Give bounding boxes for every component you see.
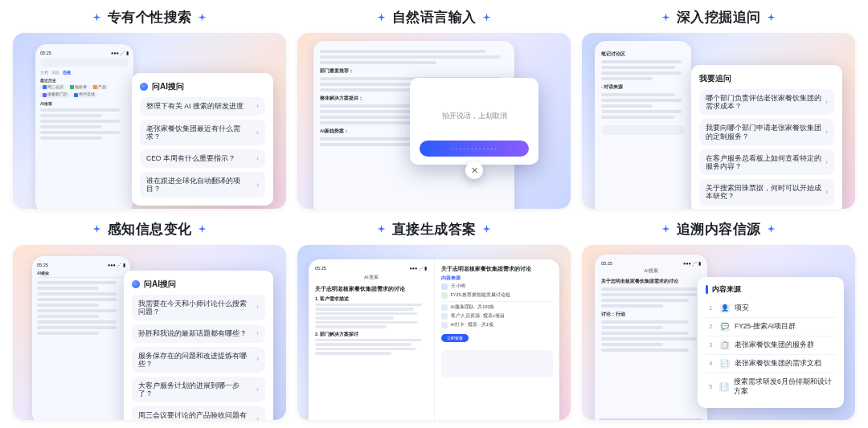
answer-right-pane: 关于志明老板家餐饮集团需求的讨论 内容来源 王小明 FY25-推荐类智能发展讨论… (435, 259, 560, 421)
followup-item[interactable]: 哪个部门负责评估老张家餐饮集团的需求成本？› (699, 89, 834, 115)
source-row[interactable]: AI服务团队 · 共100条 (441, 304, 554, 311)
chevron-right-icon: › (256, 329, 259, 338)
phone-tabs: 文档 消息 违规 (40, 70, 129, 75)
feature-nl-input: 自然语言输入 部门重要推荐： 整体解决方案提供： AI新趋势案： 拍开说话，上划… (297, 8, 571, 209)
source-item[interactable]: 2💬FY25-搜索AI项目群 (706, 318, 836, 336)
spark-icon (93, 225, 101, 233)
voice-hint: 拍开说话，上划取消 (442, 112, 507, 121)
feature-title: 深入挖掘追问 (677, 8, 761, 26)
spark-icon (662, 14, 670, 22)
feature-grid: 专有个性搜索 05:25●●● ⋰ ▮ 文档 消息 违规 最近历史 周三会议 报… (0, 0, 868, 428)
feature-personal-search: 专有个性搜索 05:25●●● ⋰ ▮ 文档 消息 违规 最近历史 周三会议 报… (13, 8, 286, 209)
chevron-right-icon: › (256, 102, 259, 111)
ai-icon (132, 280, 140, 288)
recent-chip[interactable]: 报价单 (68, 84, 89, 90)
recent-chip[interactable]: 产品 (91, 84, 108, 90)
suggestion-item[interactable]: 大客户服务计划的进展到哪一步了？› (132, 377, 265, 402)
feature-title: 感知信息变化 (108, 220, 192, 238)
followup-item[interactable]: 关于搜索田珠票据，何时可以开始成本研究？› (699, 179, 834, 205)
chevron-right-icon: › (825, 98, 828, 107)
chevron-right-icon: › (256, 181, 259, 190)
feature-title: 自然语言输入 (392, 8, 477, 26)
spark-icon (378, 14, 386, 22)
feature-trace-source: 追溯内容信源 05:25●●● ⋰ ▮ AI搜索 关于志明老板家餐饮集团需求的讨… (582, 220, 855, 421)
close-button[interactable]: ✕ (465, 161, 483, 179)
spark-icon (768, 14, 776, 22)
feature-title: 专有个性搜索 (108, 8, 192, 26)
feature-direct-answer: 直接生成答案 05:25●●● ⋰ ▮ AI搜索 关于志明老板家餐饮集团需求的讨… (297, 220, 571, 421)
doc-icon: 📄 (719, 382, 729, 392)
spark-icon (199, 225, 207, 233)
doc-icon: 📄 (720, 359, 730, 369)
suggestion-item[interactable]: 老张家餐饮集团最近有什么需求？› (140, 120, 265, 145)
feature-title: 直接生成答案 (392, 220, 477, 238)
phone-wide: 05:25●●● ⋰ ▮ AI搜索 关于志明老板家餐饮集团需求的讨论 1. 客户… (309, 259, 559, 421)
feature-title-row: 专有个性搜索 (93, 8, 207, 26)
ai-suggestion-card: 问AI搜问 整理下有关 AI 搜索的研发进度› 老张家餐饮集团最近有什么需求？›… (132, 73, 273, 206)
followup-item[interactable]: 在客户服务总看板上如何查看特定的服务内容？› (699, 149, 834, 175)
suggestion-item[interactable]: 周三会议要讨论的产品验收问题有哪些？› (132, 406, 265, 420)
ai-icon (140, 83, 148, 91)
spark-icon (93, 14, 101, 22)
chevron-right-icon: › (256, 385, 259, 394)
voice-input-modal: 拍开说话，上划取消 · · · · · · · · · · · · ✕ (410, 78, 538, 165)
recent-chip[interactable]: 用户反馈 (72, 92, 97, 97)
spark-icon (483, 225, 491, 233)
suggestion-item[interactable]: 整理下有关 AI 搜索的研发进度› (140, 97, 265, 116)
suggestion-item[interactable]: 谁在跟进全球化自动翻译的项目？› (140, 172, 265, 198)
chevron-right-icon: › (825, 188, 828, 197)
source-row[interactable]: 王小明 (441, 283, 554, 290)
sources-title: 内容来源 (706, 284, 836, 295)
chevron-right-icon: › (256, 154, 259, 163)
view-button[interactable]: 立即查看 (441, 334, 469, 342)
source-item[interactable]: 1👤项安 (706, 300, 836, 318)
ai-suggestion-card: 问AI搜问 我需要在今天和小师讨论什么搜索问题？› 孙胜和我说的最新话题都有哪些… (124, 271, 273, 421)
feature-card: 05:25●●● ⋰ ▮ AI搜索 问AI搜问 我需要在今天和小师讨论什么搜索问… (13, 245, 286, 421)
phone-mock: 笔记讨论区 · 对话来源 (595, 41, 691, 209)
answer-left-pane: 05:25●●● ⋰ ▮ AI搜索 关于志明老板家餐饮集团需求的讨论 1. 客户… (309, 259, 435, 421)
feature-card: 笔记讨论区 · 对话来源 我要追问 哪个部门负责评估老张家餐饮集团的需求成本？›… (582, 33, 855, 209)
tab-active[interactable]: 违规 (63, 70, 71, 75)
chevron-right-icon: › (256, 415, 259, 420)
search-bar[interactable] (40, 59, 129, 67)
recent-chip[interactable]: 搜索新门店 (40, 92, 70, 97)
followup-item[interactable]: 我要向哪个部门申请老张家餐饮集团的定制服务？› (699, 119, 834, 145)
phone-mock: 05:25●●● ⋰ ▮ AI搜索 关于志明老板家餐饮集团需求的讨论 讨论：行动 (595, 255, 707, 421)
feature-card: 05:25●●● ⋰ ▮ AI搜索 关于志明老板家餐饮集团需求的讨论 1. 客户… (297, 245, 571, 421)
chat-icon: 💬 (720, 322, 730, 332)
feature-card: 05:25●●● ⋰ ▮ AI搜索 关于志明老板家餐饮集团需求的讨论 讨论：行动… (582, 245, 855, 421)
spark-icon (662, 225, 670, 233)
feature-card: 部门重要推荐： 整体解决方案提供： AI新趋势案： 拍开说话，上划取消 · · … (297, 33, 571, 209)
chevron-right-icon: › (256, 355, 259, 364)
clipboard-icon: 📋 (720, 340, 730, 350)
chevron-right-icon: › (825, 128, 828, 137)
source-row[interactable]: FY25-推荐类智能发展讨论组 (441, 292, 554, 299)
source-item[interactable]: 3📋老张家餐饮集团的服务群 (706, 336, 836, 355)
source-row[interactable]: AI打卡 · 报表 · 共1项 (441, 322, 554, 328)
feature-card: 05:25●●● ⋰ ▮ 文档 消息 违规 最近历史 周三会议 报价单 产品 搜… (13, 33, 286, 209)
chevron-right-icon: › (256, 303, 259, 312)
source-row[interactable]: 客户人员资源 · 报表x项目 (441, 313, 554, 320)
voice-record-button[interactable]: · · · · · · · · · · · · (420, 141, 529, 157)
suggestion-item[interactable]: 服务保存在的问题和改进提炼有哪些？› (132, 347, 265, 373)
suggestion-item[interactable]: CEO 本周有什么重要指示？› (140, 149, 265, 168)
chevron-right-icon: › (825, 158, 828, 167)
person-icon: 👤 (720, 304, 730, 313)
feature-sense-change: 感知信息变化 05:25●●● ⋰ ▮ AI搜索 问AI搜问 我需要在今天和小师… (13, 220, 286, 421)
recent-chip[interactable]: 周三会议 (40, 84, 66, 90)
followup-card: 我要追问 哪个部门负责评估老张家餐饮集团的需求成本？› 我要向哪个部门申请老张家… (691, 65, 842, 209)
chevron-right-icon: › (256, 128, 259, 137)
phone-mock: 05:25●●● ⋰ ▮ 文档 消息 违规 最近历史 周三会议 报价单 产品 搜… (35, 44, 133, 209)
source-item[interactable]: 5📄搜索需求研发6月份排期和设计方案 (706, 373, 836, 401)
suggestion-item[interactable]: 孙胜和我说的最新话题都有哪些？› (132, 324, 265, 343)
answer-header: 关于志明老板家餐饮集团需求的讨论 (315, 286, 428, 293)
feature-title: 追溯内容信源 (677, 220, 761, 238)
spark-icon (768, 225, 776, 233)
spark-icon (199, 14, 207, 22)
suggestion-item[interactable]: 我需要在今天和小师讨论什么搜索问题？› (132, 295, 265, 320)
spark-icon (483, 14, 491, 22)
spark-icon (378, 225, 386, 233)
sources-card: 内容来源 1👤项安 2💬FY25-搜索AI项目群 3📋老张家餐饮集团的服务群 4… (698, 277, 844, 408)
phone-mock: 05:25●●● ⋰ ▮ AI搜索 (32, 256, 130, 421)
source-item[interactable]: 4📄老张家餐饮集团的需求文档 (706, 355, 836, 373)
